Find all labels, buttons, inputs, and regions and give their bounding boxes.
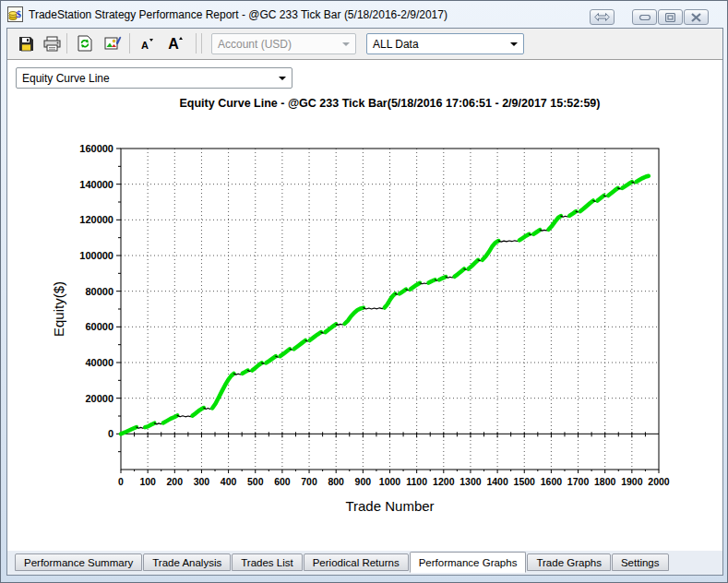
- account-dropdown-value: Account (USD): [218, 38, 292, 51]
- svg-text:200: 200: [167, 476, 184, 487]
- svg-text:60000: 60000: [85, 321, 113, 332]
- data-range-dropdown[interactable]: ALL Data: [366, 33, 524, 54]
- tab-trades-list[interactable]: Trades List: [232, 553, 302, 571]
- edit-image-icon: [104, 35, 122, 52]
- svg-text:900: 900: [355, 476, 372, 487]
- svg-text:1200: 1200: [433, 476, 455, 487]
- increase-font-icon: A: [166, 35, 185, 52]
- toolbar-separator: [196, 33, 197, 54]
- svg-text:600: 600: [274, 476, 291, 487]
- link-window-button[interactable]: [590, 9, 615, 25]
- chevron-down-icon: [342, 42, 350, 46]
- svg-text:100: 100: [139, 476, 156, 487]
- tab-performance-graphs[interactable]: Performance Graphs: [410, 552, 527, 573]
- toolbar-separator: [201, 33, 202, 54]
- tab-periodical-returns[interactable]: Periodical Returns: [304, 553, 409, 571]
- close-icon: [691, 13, 701, 22]
- chevron-down-icon: [510, 42, 518, 46]
- app-icon: $: [7, 6, 23, 22]
- toolbar-separator: [66, 33, 67, 54]
- svg-text:1600: 1600: [541, 476, 563, 487]
- svg-text:$: $: [16, 8, 21, 19]
- svg-text:1100: 1100: [406, 476, 427, 487]
- report-content: Equity Curve Line Equity Curve Line - @G…: [7, 60, 722, 550]
- toolbar: A A Account (USD) ALL Data: [7, 29, 722, 60]
- svg-text:1900: 1900: [621, 476, 643, 487]
- svg-text:Trade Number: Trade Number: [345, 498, 434, 514]
- svg-text:1000: 1000: [379, 476, 401, 487]
- svg-text:400: 400: [221, 476, 237, 487]
- svg-text:1400: 1400: [486, 476, 508, 487]
- close-button[interactable]: [684, 9, 709, 25]
- maximize-button[interactable]: [658, 9, 683, 25]
- svg-text:100000: 100000: [79, 250, 113, 261]
- svg-text:500: 500: [247, 476, 264, 487]
- svg-text:A: A: [141, 40, 149, 51]
- svg-text:1800: 1800: [594, 476, 616, 487]
- svg-text:80000: 80000: [85, 286, 113, 297]
- window-title: TradeStation Strategy Performance Report…: [29, 8, 448, 21]
- edit-image-button[interactable]: [101, 33, 124, 54]
- decrease-font-icon: A: [139, 36, 156, 52]
- print-icon: [43, 36, 61, 52]
- svg-text:0: 0: [118, 476, 124, 487]
- tab-settings[interactable]: Settings: [612, 553, 669, 571]
- svg-text:1700: 1700: [567, 476, 590, 487]
- tradestation-report-window: $ TradeStation Strategy Performance Repo…: [0, 0, 728, 583]
- svg-text:A: A: [168, 36, 179, 52]
- minimize-button[interactable]: [632, 9, 657, 25]
- svg-text:0: 0: [108, 428, 113, 439]
- svg-text:300: 300: [194, 476, 210, 487]
- link-arrows-icon: [594, 13, 610, 21]
- increase-font-button[interactable]: A: [164, 33, 186, 54]
- svg-text:Equity($): Equity($): [51, 281, 66, 337]
- svg-text:2000: 2000: [648, 476, 670, 487]
- svg-text:120000: 120000: [79, 214, 113, 225]
- refresh-report-button[interactable]: [74, 33, 96, 54]
- svg-text:20000: 20000: [85, 393, 113, 404]
- svg-text:160000: 160000: [79, 143, 113, 154]
- decrease-font-button[interactable]: A: [137, 33, 159, 54]
- svg-text:1300: 1300: [459, 476, 482, 487]
- refresh-icon: [78, 35, 92, 52]
- tab-strip: Performance SummaryTrade AnalysisTrades …: [7, 550, 722, 575]
- tab-performance-summary[interactable]: Performance Summary: [15, 553, 142, 571]
- svg-text:40000: 40000: [85, 357, 113, 368]
- client-area: A A Account (USD) ALL Data: [6, 28, 723, 576]
- account-dropdown: Account (USD): [211, 33, 356, 54]
- data-range-dropdown-value: ALL Data: [373, 38, 419, 51]
- toolbar-separator: [129, 33, 130, 54]
- minimize-icon: [639, 15, 650, 20]
- print-button[interactable]: [41, 33, 63, 54]
- svg-text:140000: 140000: [79, 179, 113, 190]
- maximize-icon: [665, 13, 675, 22]
- save-icon: [18, 36, 34, 52]
- save-button[interactable]: [15, 33, 37, 54]
- equity-curve-chart: 0200004000060000800001000001200001400001…: [7, 60, 722, 550]
- tab-trade-analysis[interactable]: Trade Analysis: [143, 553, 231, 571]
- svg-text:1500: 1500: [514, 476, 536, 487]
- tab-trade-graphs[interactable]: Trade Graphs: [527, 553, 611, 571]
- svg-text:700: 700: [301, 476, 317, 487]
- title-bar[interactable]: $ TradeStation Strategy Performance Repo…: [1, 1, 727, 28]
- svg-text:800: 800: [328, 476, 344, 487]
